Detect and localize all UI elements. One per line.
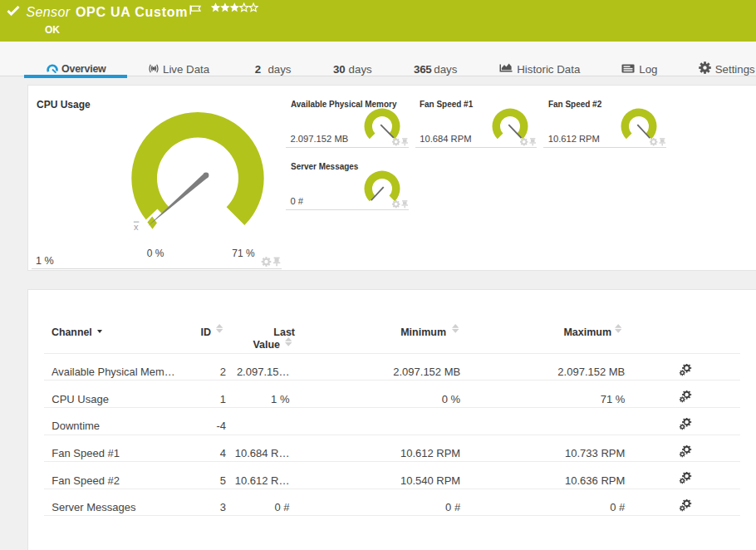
svg-text:x: x [134,222,139,232]
